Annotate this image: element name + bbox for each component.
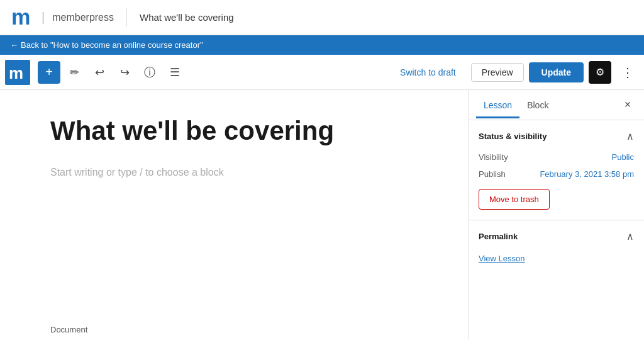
back-bar: ← Back to "How to become an online cours… [0,35,644,55]
switch-to-draft-button[interactable]: Switch to draft [390,64,466,81]
right-panel: Lesson Block × Status & visibility ∧ Vis… [468,90,644,339]
move-to-trash-button[interactable]: Move to trash [479,189,550,210]
panel-tabs: Lesson Block × [469,90,644,120]
memberpress-logo: m [10,6,34,30]
tab-block[interactable]: Block [519,93,556,118]
visibility-label: Visibility [479,152,508,162]
tab-lesson[interactable]: Lesson [476,93,519,118]
redo-button[interactable]: ↪ [113,61,136,84]
plus-icon: + [45,65,53,79]
preview-button[interactable]: Preview [471,63,524,82]
pencil-icon: ✏ [70,65,79,79]
undo-button[interactable]: ↩ [88,61,111,84]
toolbar-left: m + ✏ ↩ ↪ ⓘ ☰ [5,60,390,85]
section-header-status: Status & visibility ∧ [479,130,634,142]
panel-content: Status & visibility ∧ Visibility Public … [469,120,644,339]
section-toggle-status[interactable]: ∧ [626,130,634,142]
update-button[interactable]: Update [529,62,584,82]
list-view-button[interactable]: ☰ [164,61,186,84]
section-title-status: Status & visibility [479,132,547,141]
logo-area: m | memberpress What we'll be covering [10,6,234,30]
document-label: Document [50,325,87,334]
redo-icon: ↪ [120,65,130,79]
back-arrow: ← [10,40,18,50]
visibility-value[interactable]: Public [612,152,634,162]
undo-icon: ↩ [95,65,104,79]
logo-divider: | [42,10,45,25]
section-toggle-permalink[interactable]: ∧ [626,230,634,242]
mp-logo-small: m [5,60,30,85]
publish-label: Publish [479,169,506,179]
editor-area[interactable]: What we'll be covering Start writing or … [0,90,468,339]
add-block-button[interactable]: + [38,61,60,84]
back-label: Back to "How to become an online course … [21,40,203,50]
back-link[interactable]: ← Back to "How to become an online cours… [10,40,203,50]
vertical-divider [126,8,127,27]
memberpress-wordmark: memberpress [52,12,114,23]
settings-button[interactable]: ⚙ [589,61,611,84]
close-icon: × [625,98,631,111]
status-visibility-section: Status & visibility ∧ Visibility Public … [469,120,644,220]
publish-value[interactable]: February 3, 2021 3:58 pm [540,169,634,179]
trash-button-container: Move to trash [479,186,634,210]
visibility-row: Visibility Public [479,152,634,162]
view-lesson-link[interactable]: View Lesson [479,254,525,263]
permalink-header: Permalink ∧ [479,230,634,242]
permalink-section: Permalink ∧ View Lesson [469,220,644,274]
top-bar: m | memberpress What we'll be covering [0,0,644,35]
post-title[interactable]: What we'll be covering [50,115,418,147]
publish-row: Publish February 3, 2021 3:58 pm [479,169,634,179]
toolbar-right: Switch to draft Preview Update ⚙ ⋮ [390,61,639,84]
gear-icon: ⚙ [596,66,604,78]
view-lesson-row: View Lesson [479,252,634,264]
svg-text:m: m [9,64,23,81]
mp-logo-icon: m [9,64,26,81]
content-placeholder[interactable]: Start writing or type / to choose a bloc… [50,167,418,178]
info-button[interactable]: ⓘ [138,61,161,84]
editor-toolbar: m + ✏ ↩ ↪ ⓘ ☰ Switch to draft Preview Up… [0,55,644,90]
more-options-button[interactable]: ⋮ [616,61,639,84]
main-layout: What we'll be covering Start writing or … [0,90,644,339]
list-icon: ☰ [170,65,180,79]
ellipsis-icon: ⋮ [621,65,634,80]
panel-close-button[interactable]: × [619,96,636,114]
section-title-permalink: Permalink [479,232,518,241]
edit-button[interactable]: ✏ [63,61,86,84]
page-title-topbar: What we'll be covering [140,12,234,23]
info-icon: ⓘ [144,65,155,80]
svg-text:m: m [11,6,30,29]
